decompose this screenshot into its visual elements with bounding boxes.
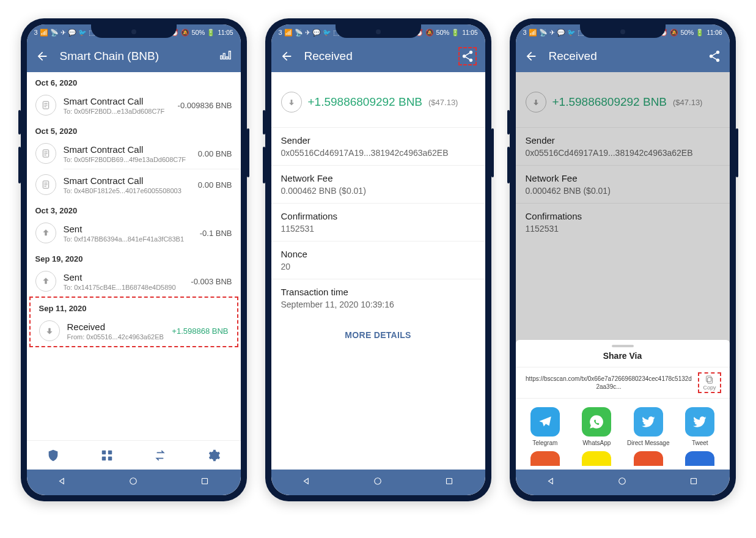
share-app-direct-message[interactable]: Direct Message (624, 407, 673, 446)
tx-row-received[interactable]: Received From: 0x05516...42c4963a62EB +1… (31, 315, 237, 346)
share-app-partial[interactable] (572, 451, 622, 466)
nav-home[interactable] (128, 476, 139, 489)
share-app-partial[interactable] (521, 451, 570, 466)
back-button[interactable] (35, 50, 49, 63)
tab-wallet[interactable] (46, 448, 61, 463)
tx-subtitle: To: 0x05fF2B0D...e13aDd608C7F (64, 108, 171, 115)
share-button[interactable] (708, 50, 721, 63)
transaction-list[interactable]: Oct 6, 2020 Smart Contract Call To: 0x05… (27, 72, 241, 440)
tx-subtitle: To: 0x14175cB4E...1B68748e4D5890 (64, 284, 184, 291)
detail-value: 0.000462 BNB ($0.01) (281, 186, 475, 196)
tx-title: Sent (64, 272, 184, 282)
system-navbar (27, 470, 241, 495)
tx-amount: 0.00 BNB (198, 180, 232, 190)
detail-row[interactable]: Sender 0x05516Cd46917A19...381942c4963a6… (271, 127, 485, 165)
detail-value: 20 (281, 262, 475, 271)
date-header: Sep 19, 2020 (27, 248, 241, 266)
tx-row[interactable]: Smart Contract Call To: 0x05fF2B0DB69...… (27, 138, 241, 169)
tx-row[interactable]: Smart Contract Call To: 0x4B0F1812e5...4… (27, 169, 241, 200)
sent-icon (35, 223, 56, 243)
tx-title: Sent (64, 224, 193, 234)
bottom-tab-bar (27, 440, 241, 470)
detail-value: 1152531 (281, 224, 475, 234)
share-button-highlighted[interactable] (458, 47, 477, 65)
share-app-whatsapp[interactable]: WhatsApp (572, 407, 622, 446)
tx-subtitle: To: 0x4B0F1812e5...4017e6005508003 (64, 187, 191, 194)
contract-icon (35, 143, 56, 164)
nav-back[interactable] (546, 476, 557, 489)
received-icon (281, 92, 302, 112)
nav-recent[interactable] (444, 476, 455, 489)
whatsapp-icon (582, 407, 611, 437)
app-icon (685, 451, 714, 466)
share-app-partial[interactable] (675, 451, 725, 466)
transaction-detail[interactable]: +1.59886809292 BNB ($47.13) Sender 0x055… (271, 72, 485, 470)
nav-back[interactable] (301, 476, 312, 489)
tab-settings[interactable] (207, 448, 221, 463)
detail-value: September 11, 2020 10:39:16 (281, 300, 475, 309)
phone-2: 3 📶 📡 ✈ 💬 🐦 ⬚ ℕ ⏰ 🔕 50% 🔋11:05 Received … (265, 18, 491, 501)
detail-label: Transaction time (281, 287, 475, 297)
amount-hero: +1.59886809292 BNB ($47.13) (271, 72, 485, 127)
chart-button[interactable] (219, 50, 232, 63)
share-app-tweet[interactable]: Tweet (675, 407, 725, 446)
share-app-label: Tweet (692, 440, 708, 446)
tx-amount: -0.1 BNB (200, 229, 232, 238)
copy-button-highlighted[interactable]: Copy (698, 372, 721, 393)
detail-row[interactable]: Nonce 20 (271, 241, 485, 279)
nav-recent[interactable] (199, 476, 210, 489)
app-icon (582, 451, 611, 466)
share-app-label: Direct Message (627, 440, 669, 446)
phone-1: 3 📶 📡 ✈ 💬 🐦 ⬚ ℕ ⏰ 🔕 50% 🔋11:05 Smart Cha… (21, 18, 247, 501)
detail-label: Sender (281, 135, 475, 146)
share-app-telegram[interactable]: Telegram (521, 407, 570, 446)
detail-label: Confirmations (281, 211, 475, 221)
date-header: Oct 5, 2020 (27, 120, 241, 138)
page-title: Received (549, 50, 697, 63)
tx-subtitle: To: 0xf147BB6394a...841eF41a3fC83B1 (64, 235, 193, 243)
nav-recent[interactable] (688, 476, 699, 489)
tab-browser[interactable] (100, 448, 114, 463)
copy-icon (705, 375, 714, 385)
sheet-handle[interactable] (612, 345, 634, 347)
page-title: Received (304, 50, 447, 63)
back-button[interactable] (280, 50, 293, 63)
tx-title: Received (67, 322, 165, 332)
detail-label: Network Fee (281, 173, 475, 183)
tx-amount: -0.003 BNB (191, 277, 232, 286)
share-title: Share Via (516, 351, 730, 361)
share-app-label: Telegram (532, 440, 557, 446)
date-header: Oct 6, 2020 (27, 72, 241, 90)
detail-row[interactable]: Transaction time September 11, 2020 10:3… (271, 279, 485, 317)
tx-title: Smart Contract Call (64, 175, 191, 186)
tx-row[interactable]: Smart Contract Call To: 0x05fF2B0D...e13… (27, 90, 241, 120)
app-header: Received (271, 40, 485, 72)
detail-value: 0x05516Cd46917A19...381942c4963a62EB (281, 148, 475, 158)
tx-amount: -0.009836 BNB (178, 101, 232, 110)
twitter-icon (685, 407, 714, 437)
system-navbar (516, 470, 730, 495)
contract-icon (35, 174, 56, 195)
more-details-button[interactable]: MORE DETAILS (271, 317, 485, 353)
received-amount: +1.59886809292 BNB (308, 95, 423, 109)
system-navbar (271, 470, 485, 495)
share-link-text: https://bscscan.com/tx/0x66e7a7266968023… (524, 375, 694, 391)
nav-home[interactable] (617, 476, 628, 489)
nav-home[interactable] (372, 476, 383, 489)
back-button[interactable] (524, 50, 538, 63)
tx-title: Smart Contract Call (64, 96, 171, 106)
detail-row[interactable]: Confirmations 1152531 (271, 203, 485, 241)
tx-row[interactable]: Sent To: 0xf147BB6394a...841eF41a3fC83B1… (27, 218, 241, 248)
detail-label: Nonce (281, 249, 475, 259)
tx-subtitle: From: 0x05516...42c4963a62EB (67, 333, 165, 341)
received-icon (39, 320, 60, 341)
telegram-icon (530, 407, 560, 437)
highlighted-transaction[interactable]: Sep 11, 2020 Received From: 0x05516...42… (29, 297, 238, 347)
nav-back[interactable] (57, 476, 68, 489)
detail-row[interactable]: Network Fee 0.000462 BNB ($0.01) (271, 165, 485, 203)
tx-amount: +1.598868 BNB (172, 326, 228, 336)
tx-row[interactable]: Sent To: 0x14175cB4E...1B68748e4D5890 -0… (27, 266, 241, 297)
share-app-partial[interactable] (624, 451, 673, 466)
date-header: Sep 11, 2020 (31, 298, 237, 315)
tab-swap[interactable] (153, 448, 167, 463)
